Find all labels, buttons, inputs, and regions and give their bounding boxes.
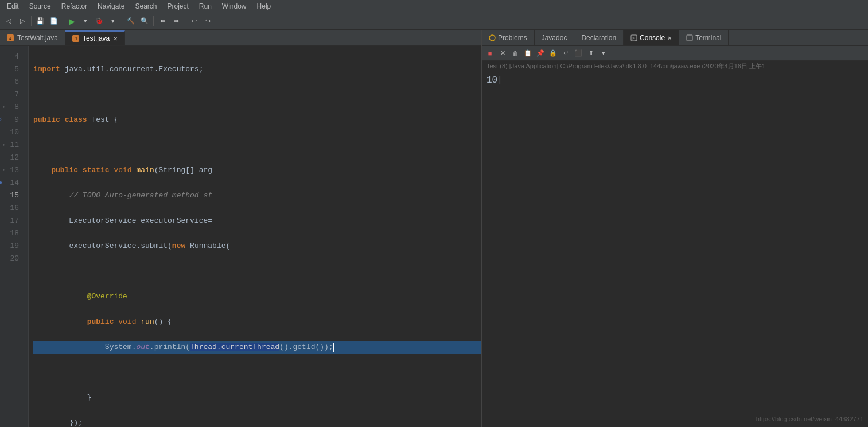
line-num-10: 10 — [0, 126, 24, 139]
code-line-7 — [33, 139, 481, 152]
code-line-18: }); — [33, 417, 481, 427]
menu-source[interactable]: Source — [25, 1, 56, 11]
right-pane: ! Problems Javadoc Declaration >_ Consol… — [482, 30, 868, 427]
console-tab-declaration[interactable]: Declaration — [574, 30, 624, 45]
toolbar-new[interactable]: 📄 — [48, 15, 60, 28]
code-line-12 — [33, 265, 481, 278]
problems-icon: ! — [489, 34, 496, 41]
console-toolbar: ■ ✕ 🗑 📋 📌 🔒 ↵ ⬛ ⬆ ▾ — [482, 46, 868, 61]
toolbar-sep-2 — [63, 16, 63, 26]
console-stop-btn[interactable]: ■ — [484, 48, 496, 59]
console-tab-bar: ! Problems Javadoc Declaration >_ Consol… — [482, 30, 868, 46]
tab-test-icon: J — [72, 35, 79, 42]
svg-text:!: ! — [491, 36, 492, 41]
toolbar-search[interactable]: 🔍 — [138, 15, 151, 28]
toolbar-run[interactable]: ▶ — [65, 15, 78, 28]
menu-refactor[interactable]: Refactor — [57, 1, 92, 11]
watermark: https://blog.csdn.net/weixin_44382771 — [756, 416, 863, 422]
toolbar-build[interactable]: 🔨 — [124, 15, 137, 28]
toolbar-undo[interactable]: ↩ — [188, 15, 200, 28]
console-copy-btn[interactable]: 📋 — [522, 48, 534, 59]
code-line-16 — [33, 366, 481, 379]
toolbar-sep-4 — [153, 16, 154, 26]
console-tab-console[interactable]: >_ Console ✕ — [624, 30, 679, 45]
toolbar-sep-3 — [122, 16, 122, 26]
line-num-9: ⚡9 — [0, 114, 24, 126]
tab-test[interactable]: J Test.java ✕ — [65, 30, 125, 45]
line-num-17: 17 — [0, 215, 24, 227]
code-line-6: public class Test { — [33, 114, 481, 126]
code-line-9: // TODO Auto-generated method st — [33, 189, 481, 202]
console-word-wrap-btn[interactable]: ↵ — [560, 48, 571, 59]
console-clear-btn[interactable]: 🗑 — [509, 48, 521, 59]
toolbar-sep-1 — [31, 16, 32, 26]
console-output-value: 10 — [486, 75, 497, 86]
code-content[interactable]: import java.util.concurrent.Executors; p… — [29, 46, 481, 427]
menu-search[interactable]: Search — [130, 1, 161, 11]
console-open-console-btn[interactable]: ⬛ — [573, 48, 584, 59]
toolbar-next[interactable]: ➡ — [170, 15, 182, 28]
menu-help[interactable]: Help — [252, 1, 276, 11]
toolbar-debug[interactable]: 🐞 — [93, 15, 106, 28]
console-menu-btn[interactable]: ▾ — [598, 48, 609, 59]
console-scroll-lock-btn[interactable]: 🔒 — [547, 48, 559, 59]
main-layout: J TestWait.java J Test.java ✕ 4 5 6 7 ▸8… — [0, 30, 868, 427]
console-tab-terminal-label: Terminal — [695, 34, 721, 42]
line-numbers: 4 5 6 7 ▸8 ⚡9 10 ▸11 12 ▸13 ● — [0, 46, 29, 427]
tab-testwait[interactable]: J TestWait.java — [0, 30, 65, 45]
menu-project[interactable]: Project — [162, 1, 193, 11]
menu-bar: Edit Source Refactor Navigate Search Pro… — [0, 0, 868, 13]
line-num-6: 6 — [0, 76, 24, 88]
menu-run[interactable]: Run — [194, 1, 216, 11]
line-num-18: 18 — [0, 227, 24, 240]
cursor-symbol: | — [497, 76, 502, 85]
line-num-5: 5 — [0, 63, 24, 76]
console-remove-btn[interactable]: ✕ — [497, 48, 508, 59]
console-maximize-btn[interactable]: ⬆ — [585, 48, 597, 59]
line-num-16: 16 — [0, 202, 24, 215]
code-line-11: executorService.submit(new Runnable( — [33, 240, 481, 253]
code-line-17: } — [33, 391, 481, 404]
toolbar-run-config[interactable]: ▾ — [79, 15, 92, 28]
console-tab-problems-label: Problems — [498, 34, 527, 42]
toolbar-back[interactable]: ◁ — [2, 15, 15, 28]
line-num-15: 15 — [0, 189, 24, 202]
line-num-12: 12 — [0, 152, 24, 164]
line-num-4: 4 — [0, 51, 24, 63]
code-line-15: System.out.println(Thread.currentThread(… — [33, 341, 481, 354]
console-status-line: Test (8) [Java Application] C:\Program F… — [482, 61, 868, 72]
tab-test-close[interactable]: ✕ — [113, 36, 118, 42]
toolbar-save[interactable]: 💾 — [34, 15, 46, 28]
menu-edit[interactable]: Edit — [2, 1, 24, 11]
console-icon: >_ — [630, 34, 637, 41]
code-line-4: import java.util.concurrent.Executors; — [33, 63, 481, 76]
console-tab-terminal[interactable]: Terminal — [679, 30, 729, 45]
svg-text:>_: >_ — [632, 36, 637, 41]
main-toolbar: ◁ ▷ 💾 📄 ▶ ▾ 🐞 ▾ 🔨 🔍 ⬅ ➡ ↩ ↪ — [0, 13, 868, 30]
tab-testwait-icon: J — [7, 34, 14, 41]
code-line-8: public static void main(String[] arg — [33, 164, 481, 177]
toolbar-debug-config[interactable]: ▾ — [107, 15, 119, 28]
tab-testwait-label: TestWait.java — [17, 34, 58, 42]
menu-navigate[interactable]: Navigate — [93, 1, 129, 11]
toolbar-redo[interactable]: ↪ — [201, 15, 214, 28]
line-num-11: ▸11 — [0, 139, 24, 152]
menu-window[interactable]: Window — [217, 1, 251, 11]
toolbar-forward[interactable]: ▷ — [16, 15, 29, 28]
tab-test-label: Test.java — [83, 34, 110, 42]
console-tab-problems[interactable]: ! Problems — [482, 30, 535, 45]
toolbar-prev[interactable]: ⬅ — [156, 15, 169, 28]
console-output: 10| — [482, 72, 868, 427]
terminal-icon — [686, 34, 693, 41]
line-num-14: ●14 — [0, 177, 24, 189]
line-num-19: 19 — [0, 240, 24, 253]
console-scroll-area: 10| https://blog.csdn.net/weixin_4438277… — [482, 72, 868, 427]
editor-pane: J TestWait.java J Test.java ✕ 4 5 6 7 ▸8… — [0, 30, 482, 427]
console-tab-close[interactable]: ✕ — [667, 35, 672, 41]
console-tab-javadoc[interactable]: Javadoc — [535, 30, 575, 45]
line-num-13: ▸13 — [0, 164, 24, 177]
line-num-7: 7 — [0, 88, 24, 101]
console-tab-console-label: Console — [640, 34, 665, 42]
console-pin-btn[interactable]: 📌 — [535, 48, 546, 59]
toolbar-sep-5 — [185, 16, 185, 26]
